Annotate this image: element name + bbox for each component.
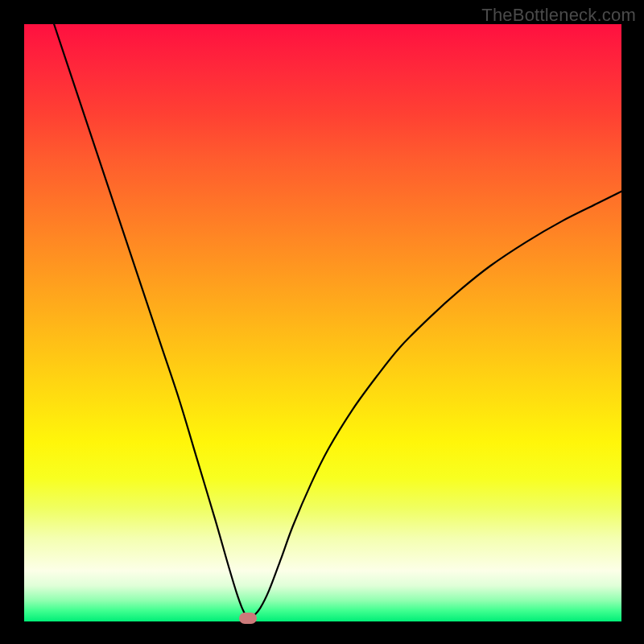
- watermark-label: TheBottleneck.com: [481, 5, 636, 26]
- chart-plot-area: [24, 24, 621, 621]
- bottleneck-curve: [24, 24, 621, 621]
- optimal-point-marker: [239, 613, 257, 624]
